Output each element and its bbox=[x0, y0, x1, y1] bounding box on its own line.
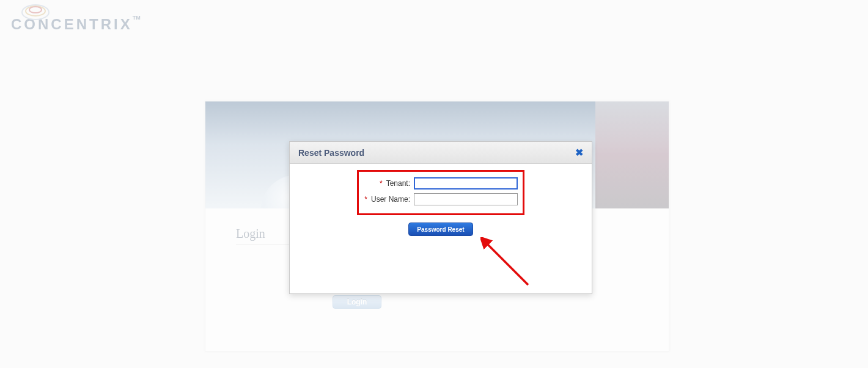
annotation-highlight-box: * Tenant: * User Name: bbox=[357, 170, 524, 215]
username-label: User Name: bbox=[371, 195, 410, 204]
tenant-required-marker: * bbox=[380, 179, 383, 188]
brand-swirl-icon bbox=[20, 0, 51, 23]
close-icon[interactable]: ✖ bbox=[575, 148, 583, 158]
login-button[interactable]: Login bbox=[333, 295, 381, 309]
tenant-input[interactable] bbox=[414, 177, 518, 190]
modal-body: * Tenant: * User Name: Password Reset bbox=[290, 164, 592, 248]
username-input[interactable] bbox=[414, 193, 518, 205]
password-reset-button[interactable]: Password Reset bbox=[408, 223, 473, 236]
header-figure-image bbox=[595, 101, 669, 208]
annotation-arrow-icon bbox=[480, 237, 535, 292]
username-row: * User Name: bbox=[364, 191, 518, 207]
modal-header: Reset Password ✖ bbox=[290, 142, 592, 164]
modal-title: Reset Password bbox=[298, 148, 364, 158]
password-reset-button-label: Password Reset bbox=[417, 226, 464, 233]
reset-password-modal: Reset Password ✖ * Tenant: * User Name: … bbox=[289, 141, 592, 294]
brand-trademark: TM bbox=[133, 15, 141, 21]
username-required-marker: * bbox=[364, 195, 367, 204]
tenant-label: Tenant: bbox=[386, 179, 410, 188]
svg-point-1 bbox=[26, 6, 45, 16]
svg-point-2 bbox=[29, 7, 42, 13]
tenant-row: * Tenant: bbox=[364, 175, 518, 191]
login-button-label: Login bbox=[347, 298, 367, 306]
brand-logo: CONCENTRIXTM bbox=[11, 16, 141, 33]
svg-line-3 bbox=[485, 242, 528, 285]
